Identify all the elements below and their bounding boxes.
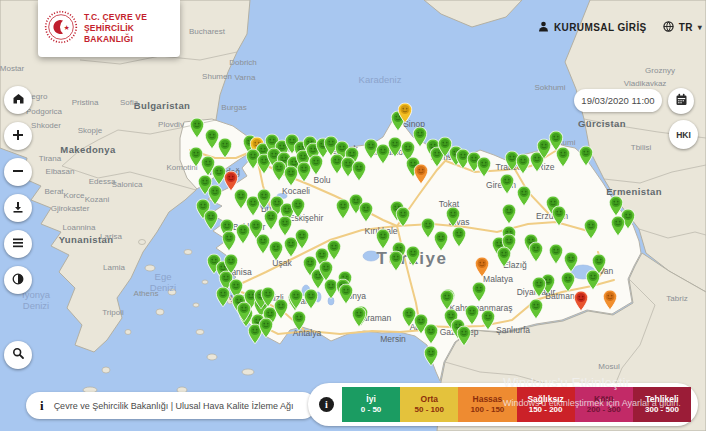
legend-scale: İyi0 - 50Orta50 - 100Hassas100 - 150Sağl… (342, 387, 691, 422)
station-marker[interactable] (291, 197, 306, 218)
station-marker[interactable] (389, 250, 404, 271)
legend-item: Orta50 - 100 (400, 387, 458, 422)
station-marker[interactable] (452, 226, 467, 247)
layers-button[interactable] (4, 230, 32, 258)
map-canvas[interactable] (0, 0, 706, 431)
station-marker[interactable] (352, 160, 367, 181)
station-marker[interactable] (532, 276, 547, 297)
layers-icon (12, 235, 24, 253)
station-marker[interactable] (292, 310, 307, 331)
station-marker[interactable] (376, 228, 391, 249)
station-marker[interactable] (278, 215, 293, 236)
station-marker[interactable] (472, 281, 487, 302)
station-marker[interactable] (475, 256, 490, 277)
station-marker[interactable] (398, 102, 413, 123)
station-marker[interactable] (446, 206, 461, 227)
zoom-in-icon (12, 127, 24, 145)
station-marker[interactable] (216, 286, 231, 307)
station-marker[interactable] (424, 323, 439, 344)
station-marker[interactable] (406, 245, 421, 266)
attribution-text: Çevre ve Şehircilik Bakanlığı | Ulusal H… (54, 401, 294, 411)
legend-item: Sağlıksız150 - 200 (517, 387, 575, 422)
zoom-out-icon (12, 163, 24, 181)
legend-item: Hassas100 - 150 (458, 387, 516, 422)
calendar-icon (675, 92, 688, 110)
chevron-down-icon[interactable]: ▾ (698, 23, 702, 32)
station-marker[interactable] (434, 230, 449, 251)
language-selector[interactable]: TR (679, 22, 693, 33)
zoom-in-button[interactable] (4, 122, 32, 150)
station-marker[interactable] (500, 173, 515, 194)
station-marker[interactable] (339, 283, 354, 304)
station-marker[interactable] (424, 345, 439, 366)
station-marker[interactable] (274, 298, 289, 319)
station-marker[interactable] (497, 246, 512, 267)
station-marker[interactable] (440, 289, 455, 310)
station-marker[interactable] (561, 271, 576, 292)
station-marker[interactable] (319, 260, 334, 281)
calendar-button[interactable] (668, 88, 694, 114)
station-marker[interactable] (552, 205, 567, 226)
station-marker[interactable] (481, 309, 496, 330)
corporate-login-link[interactable]: KURUMSAL GİRİŞ (554, 22, 647, 33)
station-marker[interactable] (259, 317, 274, 338)
zoom-out-button[interactable] (4, 158, 32, 186)
legend-item: İyi0 - 50 (342, 387, 400, 422)
station-marker[interactable] (516, 153, 531, 174)
station-marker[interactable] (592, 253, 607, 274)
legend-info-icon[interactable]: i (319, 397, 334, 412)
station-marker[interactable] (352, 306, 367, 327)
station-marker[interactable] (564, 251, 579, 272)
station-marker[interactable] (556, 146, 571, 167)
station-marker[interactable] (529, 241, 544, 262)
datetime-input[interactable]: 19/03/2020 11:00 (574, 89, 662, 112)
ministry-logo-card[interactable]: ★ T.C. ÇEVRE VE ŞEHİRCİLİK BAKANLIĞI (38, 0, 180, 57)
info-icon[interactable]: i (40, 398, 44, 414)
station-marker[interactable] (457, 325, 472, 346)
search-button[interactable] (4, 341, 32, 369)
station-marker[interactable] (264, 209, 279, 230)
aqi-legend: i İyi0 - 50Orta50 - 100Hassas100 - 150Sa… (308, 383, 698, 426)
home-button[interactable] (4, 86, 32, 114)
station-marker[interactable] (236, 223, 251, 244)
station-marker[interactable] (289, 288, 304, 309)
station-marker[interactable] (359, 201, 374, 222)
air-quality-map-app: TürkiyeBulgaristanMakedonyaYunanistanGür… (0, 0, 706, 431)
station-marker[interactable] (218, 137, 233, 158)
station-marker[interactable] (327, 239, 342, 260)
station-marker[interactable] (414, 163, 429, 184)
hki-button[interactable]: HKI (669, 120, 698, 149)
contrast-icon (12, 271, 24, 289)
station-marker[interactable] (465, 304, 480, 325)
station-marker[interactable] (190, 117, 205, 138)
station-marker[interactable] (529, 298, 544, 319)
map-toolbar (4, 86, 32, 369)
station-marker[interactable] (603, 289, 618, 310)
globe-icon (663, 21, 674, 34)
station-marker[interactable] (584, 218, 599, 239)
legend-item: Kötü200 - 300 (575, 387, 633, 422)
ministry-emblem-icon: ★ (44, 10, 78, 48)
ministry-name: T.C. ÇEVRE VE ŞEHİRCİLİK BAKANLIĞI (84, 12, 174, 45)
station-marker[interactable] (549, 243, 564, 264)
station-marker[interactable] (574, 290, 589, 311)
station-marker[interactable] (502, 203, 517, 224)
station-marker[interactable] (261, 286, 276, 307)
station-marker[interactable] (396, 206, 411, 227)
header-account-area: KURUMSAL GİRİŞ TR ▾ (538, 21, 702, 34)
station-marker[interactable] (295, 228, 310, 249)
station-marker[interactable] (304, 288, 319, 309)
station-marker[interactable] (222, 230, 237, 251)
station-marker[interactable] (237, 301, 252, 322)
station-marker[interactable] (611, 215, 626, 236)
station-marker[interactable] (269, 240, 284, 261)
home-icon (12, 91, 25, 109)
station-marker[interactable] (477, 156, 492, 177)
download-icon (12, 199, 24, 217)
contrast-button[interactable] (4, 266, 32, 294)
footer-attribution: i Çevre ve Şehircilik Bakanlığı | Ulusal… (26, 392, 316, 419)
station-marker[interactable] (579, 145, 594, 166)
station-marker[interactable] (517, 185, 532, 206)
download-button[interactable] (4, 194, 32, 222)
station-marker[interactable] (204, 209, 219, 230)
